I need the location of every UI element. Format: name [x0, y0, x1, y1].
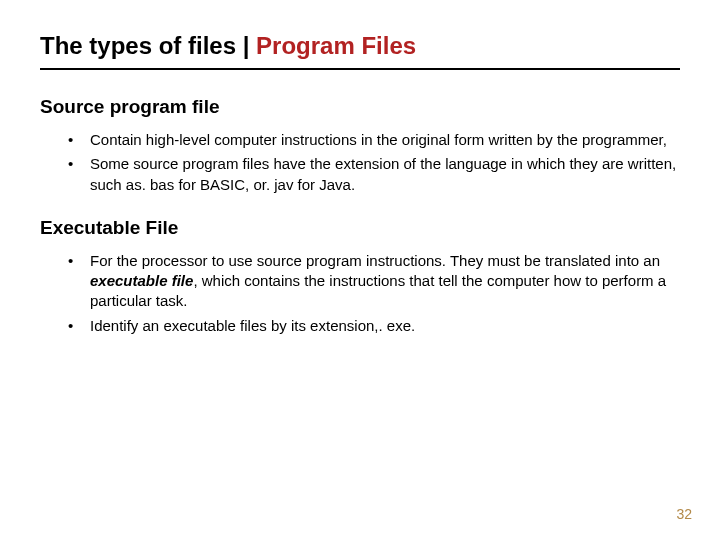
bullet-text-pre: For the processor to use source program …	[90, 252, 660, 269]
bullet-list-source: Contain high-level computer instructions…	[68, 130, 680, 195]
title-prefix: The types of files |	[40, 32, 256, 59]
list-item: For the processor to use source program …	[68, 251, 680, 312]
list-item: Contain high-level computer instructions…	[68, 130, 680, 150]
section-heading-source: Source program file	[40, 96, 680, 118]
slide-title: The types of files | Program Files	[40, 32, 680, 66]
bullet-list-executable: For the processor to use source program …	[68, 251, 680, 336]
list-item: Some source program files have the exten…	[68, 154, 680, 195]
slide: The types of files | Program Files Sourc…	[0, 0, 720, 378]
list-item: Identify an executable files by its exte…	[68, 316, 680, 336]
bullet-text-emphasis: executable file	[90, 272, 193, 289]
title-divider	[40, 68, 680, 70]
section-heading-executable: Executable File	[40, 217, 680, 239]
page-number: 32	[676, 506, 692, 522]
title-accent: Program Files	[256, 32, 416, 59]
